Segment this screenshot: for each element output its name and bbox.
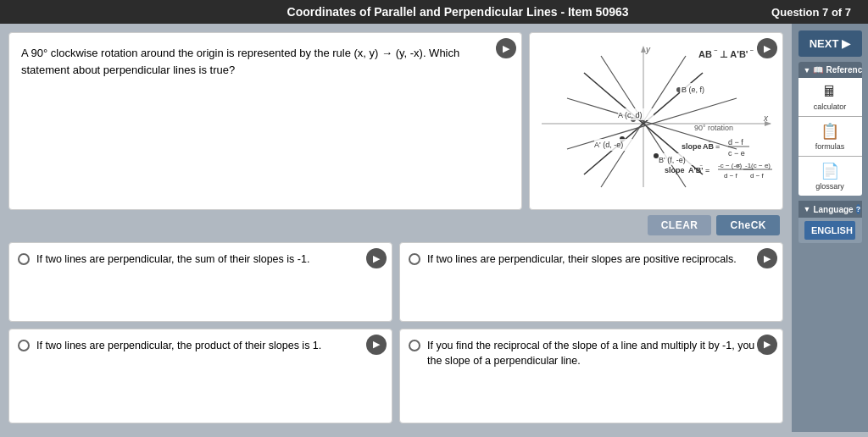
svg-text:=: =: [715, 142, 720, 151]
answer-text-b: If two lines are perpendicular, their sl…: [427, 252, 774, 268]
reference-header[interactable]: ▼ 📖 Reference: [798, 62, 862, 78]
svg-text:B' (f, -e): B' (f, -e): [659, 156, 686, 164]
answer-card-c: If two lines are perpendicular, the prod…: [8, 329, 392, 423]
language-section: ▼ Language ? ENGLISH: [798, 201, 862, 243]
next-label: NEXT: [810, 37, 839, 50]
language-english-button[interactable]: ENGLISH: [804, 221, 855, 240]
book-icon: 📖: [813, 65, 823, 75]
sidebar: NEXT ▶ ▼ 📖 Reference 🖩 calculator 📋 form…: [792, 24, 868, 432]
answer-a-audio-button[interactable]: ▶: [366, 248, 387, 268]
svg-text:90° rotation: 90° rotation: [694, 124, 733, 132]
answer-card-a: If two lines are perpendicular, the sum …: [8, 242, 392, 322]
svg-text:d − f: d − f: [724, 172, 738, 180]
formulas-tool[interactable]: 📋 formulas: [798, 117, 862, 157]
question-counter: Question 7 of 7: [771, 6, 851, 19]
svg-text:x: x: [763, 113, 769, 123]
svg-text:=: =: [705, 166, 709, 174]
next-arrow-icon: ▶: [842, 37, 850, 50]
calculator-tool[interactable]: 🖩 calculator: [798, 78, 862, 117]
language-help-icon: ?: [856, 204, 861, 214]
radio-c[interactable]: [18, 340, 30, 351]
svg-text:A (c, d): A (c, d): [618, 111, 643, 119]
svg-text:=: =: [737, 162, 741, 169]
reference-label: Reference: [826, 65, 861, 75]
next-button[interactable]: NEXT ▶: [798, 30, 862, 57]
language-label: Language: [813, 205, 853, 214]
radio-b[interactable]: [409, 253, 420, 265]
glossary-icon: 📄: [821, 162, 839, 180]
lang-triangle-icon: ▼: [804, 205, 811, 213]
calculator-label: calculator: [814, 102, 847, 111]
header-title: Coordinates of Parallel and Perpendicula…: [287, 5, 629, 19]
diagram-content: AB ‾ ⊥ A'B' ‾ y: [530, 33, 782, 209]
svg-text:d − f: d − f: [728, 138, 743, 147]
page-header: Coordinates of Parallel and Perpendicula…: [0, 0, 868, 24]
main-container: A 90° clockwise rotation around the orig…: [0, 24, 868, 432]
question-text: A 90° clockwise rotation around the orig…: [21, 47, 459, 76]
svg-text:A' (d, -e): A' (d, -e): [594, 141, 623, 149]
diagram-svg: AB ‾ ⊥ A'B' ‾ y: [533, 39, 779, 204]
formulas-icon: 📋: [821, 122, 839, 141]
svg-text:AB
              ‾
           : AB ‾ ⊥ A'B' ‾: [698, 47, 754, 59]
svg-text:slope: slope: [682, 142, 702, 151]
answers-grid: If two lines are perpendicular, the sum …: [8, 242, 783, 423]
answer-d-audio-button[interactable]: ▶: [757, 335, 777, 355]
triangle-icon: ▼: [804, 66, 811, 75]
content-area: A 90° clockwise rotation around the orig…: [0, 24, 792, 432]
svg-text:slope: slope: [665, 166, 685, 174]
radio-d[interactable]: [409, 340, 420, 351]
clear-button[interactable]: CLEAR: [648, 215, 712, 235]
answer-card-b: If two lines are perpendicular, their sl…: [399, 242, 783, 322]
answer-card-d: If you find the reciprocal of the slope …: [399, 329, 783, 423]
diagram-box: AB ‾ ⊥ A'B' ‾ y: [529, 32, 783, 210]
action-buttons: CLEAR CheCK: [8, 215, 783, 235]
calculator-icon: 🖩: [822, 83, 837, 101]
question-audio-button[interactable]: ▶: [496, 38, 516, 58]
answer-c-audio-button[interactable]: ▶: [366, 335, 387, 355]
answer-b-audio-button[interactable]: ▶: [757, 248, 777, 268]
svg-text:y: y: [645, 45, 651, 54]
svg-text:c − e: c − e: [728, 149, 745, 158]
svg-text:-1(c − e): -1(c − e): [745, 162, 771, 169]
svg-rect-0: [533, 39, 779, 204]
glossary-tool[interactable]: 📄 glossary: [798, 157, 862, 196]
radio-a[interactable]: [18, 253, 30, 265]
svg-text:B (e, f): B (e, f): [682, 86, 704, 94]
glossary-label: glossary: [815, 182, 844, 191]
answer-text-c: If two lines are perpendicular, the prod…: [36, 338, 383, 354]
question-box: A 90° clockwise rotation around the orig…: [8, 32, 522, 210]
svg-text:d − f: d − f: [750, 172, 765, 180]
diagram-audio-button[interactable]: ▶: [757, 38, 777, 58]
answer-text-a: If two lines are perpendicular, the sum …: [36, 252, 383, 268]
check-button[interactable]: CheCK: [716, 215, 780, 235]
top-section: A 90° clockwise rotation around the orig…: [8, 32, 783, 210]
answer-text-d: If you find the reciprocal of the slope …: [427, 338, 774, 370]
reference-section: ▼ 📖 Reference 🖩 calculator 📋 formulas 📄 …: [798, 62, 862, 196]
formulas-label: formulas: [815, 142, 845, 151]
language-header[interactable]: ▼ Language ?: [798, 201, 862, 218]
